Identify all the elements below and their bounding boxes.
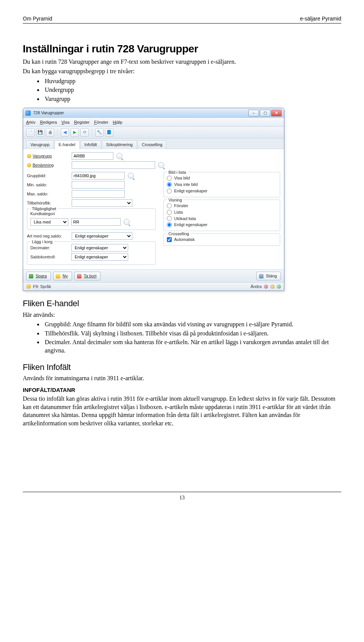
heading-fliken-ehandel: Fliken E-handel bbox=[23, 298, 341, 309]
toolbar-btn-8[interactable]: 📘 bbox=[105, 128, 113, 137]
group-tillganglighet: Tillgänglighet Kundkategori Lika med bbox=[27, 208, 156, 230]
tab-infofalt[interactable]: Infofält bbox=[80, 140, 101, 149]
forward-icon: ▶ bbox=[73, 129, 76, 135]
radio-fonster[interactable]: Fönster bbox=[167, 203, 277, 209]
app-window: 728 Varugrupper – ▢ ✕ Arkiv Redigera Vis… bbox=[23, 108, 284, 291]
menubar: Arkiv Redigera Visa Register Fönster Hjä… bbox=[23, 118, 284, 127]
group-title: Visning bbox=[167, 197, 184, 203]
window-controls: – ▢ ✕ bbox=[248, 110, 282, 116]
tab-crosselling[interactable]: Crosselling bbox=[138, 140, 166, 149]
menu-visa[interactable]: Visa bbox=[61, 120, 69, 125]
maxsaldo-input[interactable] bbox=[72, 190, 125, 198]
list-item: Undergrupp bbox=[43, 86, 341, 94]
list-item: Tillbehörsflik. Välj skyltning i listbox… bbox=[43, 329, 341, 338]
benamning-label: Benämning bbox=[27, 162, 69, 168]
tab-sokoptimering[interactable]: Sökoptimering bbox=[102, 140, 137, 149]
toolbar-btn-1[interactable]: 📄 bbox=[26, 128, 35, 137]
close-window-button[interactable]: ✕ bbox=[271, 110, 282, 116]
group-title: Lägg i korg bbox=[30, 239, 54, 245]
toolbar-separator bbox=[57, 129, 58, 136]
menu-arkiv[interactable]: Arkiv bbox=[26, 120, 35, 125]
toolbar: 📄 💾 🖨 ◀ ▶ ⟳ 🔧 📘 bbox=[23, 127, 284, 138]
radio-visa-inte-bild[interactable]: Visa inte bild bbox=[167, 182, 277, 187]
group-title: Tillgänglighet bbox=[30, 206, 58, 212]
kundkategori-label: Kundkategori bbox=[30, 211, 68, 217]
likamed-mode-select[interactable]: Lika med bbox=[30, 218, 68, 226]
list-item: Huvudgrupp bbox=[43, 77, 341, 85]
likamed-input[interactable] bbox=[71, 218, 121, 226]
status-dot-green bbox=[277, 285, 281, 289]
status-left-text: F9: Språk bbox=[33, 284, 51, 290]
radio-enligt-egenskaper-vis[interactable]: Enligt egenskaper bbox=[167, 222, 277, 228]
toolbar-separator bbox=[92, 129, 92, 136]
minimize-button[interactable]: – bbox=[248, 110, 259, 116]
menu-redigera[interactable]: Redigera bbox=[40, 120, 57, 125]
varugrupp-input[interactable] bbox=[72, 152, 113, 160]
close-button[interactable]: Stäng bbox=[256, 272, 281, 280]
heading-1: Inställningar i rutin 728 Varugrupper bbox=[23, 42, 341, 56]
radio-enligt-egenskaper-bild[interactable]: Enligt egenskaper bbox=[167, 188, 277, 194]
varugrupp-label: Varugrupp bbox=[27, 153, 69, 159]
doc-icon: 📄 bbox=[28, 129, 33, 135]
minsaldo-input[interactable] bbox=[72, 181, 125, 189]
key-icon bbox=[27, 163, 31, 167]
group-title: Bild i lista bbox=[167, 170, 187, 175]
status-right-text: Ändra bbox=[251, 284, 262, 290]
page-number: 13 bbox=[23, 494, 341, 502]
minsaldo-label: Min. saldo: bbox=[27, 182, 69, 188]
toolbar-btn-7[interactable]: 🔧 bbox=[95, 128, 104, 137]
tab-varugrupp[interactable]: Varugrupp bbox=[26, 140, 54, 149]
ehandel-intro: Här används: bbox=[23, 311, 341, 319]
ehandel-list: Gruppbild: Ange filnamn för bildfil som … bbox=[43, 320, 341, 354]
print-icon: 🖨 bbox=[48, 129, 52, 135]
radio-lista[interactable]: Lista bbox=[167, 209, 277, 215]
header-right: e-säljare Pyramid bbox=[300, 15, 341, 22]
saldokontroll-select[interactable]: Enligt egenskaper bbox=[71, 253, 128, 261]
close-icon bbox=[259, 274, 264, 279]
save-icon: 💾 bbox=[38, 129, 43, 135]
tillbehorsflik-label: Tillbehörsflik: bbox=[27, 200, 69, 206]
gruppbild-input[interactable] bbox=[72, 172, 125, 179]
levels-list: Huvudgrupp Undergrupp Varugrupp bbox=[43, 77, 341, 103]
toolbar-nav-back[interactable]: ◀ bbox=[61, 128, 69, 137]
toolbar-refresh[interactable]: ⟳ bbox=[80, 128, 89, 137]
toolbar-btn-3[interactable]: 🖨 bbox=[46, 128, 54, 137]
tillbehorsflik-select[interactable] bbox=[72, 199, 132, 207]
new-button[interactable]: Ny bbox=[53, 272, 72, 280]
tab-row: Varugrupp E-handel Infofält Sökoptimerin… bbox=[23, 138, 284, 149]
benamning-input[interactable] bbox=[72, 161, 155, 169]
menu-hjalp[interactable]: Hjälp bbox=[113, 120, 122, 125]
search-icon[interactable] bbox=[158, 162, 164, 168]
check-automatisk[interactable]: Automatisk bbox=[167, 237, 277, 242]
group-bild-i-lista: Bild i lista Visa bild Visa inte bild En… bbox=[163, 172, 280, 197]
gruppbild-label: Gruppbild: bbox=[27, 173, 69, 179]
back-icon: ◀ bbox=[63, 129, 66, 135]
maximize-button[interactable]: ▢ bbox=[260, 110, 270, 116]
tab-ehandel[interactable]: E-handel bbox=[55, 140, 80, 149]
toolbar-nav-fwd[interactable]: ▶ bbox=[71, 128, 79, 137]
decimaler-label: Decimaler: bbox=[30, 245, 68, 251]
new-icon bbox=[56, 274, 60, 279]
group-visning: Visning Fönster Lista Utökad lista Enlig… bbox=[163, 200, 280, 231]
menu-register[interactable]: Register bbox=[74, 120, 89, 125]
delete-button[interactable]: Ta bort bbox=[74, 272, 101, 280]
artnegsaldo-label: Art med neg.saldo: bbox=[27, 233, 69, 239]
group-crosselling: Crosselling Automatisk bbox=[163, 233, 280, 246]
list-item: Gruppbild: Ange filnamn för bildfil som … bbox=[43, 320, 341, 329]
intro-paragraph-2: Du kan bygga varugruppsbegrepp i tre niv… bbox=[23, 67, 341, 76]
group-title: Crosselling bbox=[167, 231, 190, 237]
infofalt-intro: Används för inmatningarna i rutin 3911 e… bbox=[23, 374, 341, 382]
page-header: Om Pyramid e-säljare Pyramid bbox=[23, 15, 341, 24]
radio-visa-bild[interactable]: Visa bild bbox=[167, 175, 277, 181]
list-item: Decimaler. Antal decimaler som ska hante… bbox=[43, 338, 341, 354]
menu-fonster[interactable]: Fönster bbox=[94, 120, 108, 125]
toolbar-btn-2[interactable]: 💾 bbox=[36, 128, 44, 137]
search-icon[interactable] bbox=[124, 219, 130, 225]
footer-rule bbox=[23, 492, 341, 492]
search-icon[interactable] bbox=[116, 153, 122, 159]
decimaler-select[interactable]: Enligt egenskaper bbox=[71, 244, 128, 252]
radio-utokad-lista[interactable]: Utökad lista bbox=[167, 216, 277, 222]
artnegsaldo-select[interactable]: Enligt egenskaper bbox=[72, 232, 132, 240]
search-icon[interactable] bbox=[128, 173, 134, 179]
save-button[interactable]: Spara bbox=[26, 272, 51, 280]
